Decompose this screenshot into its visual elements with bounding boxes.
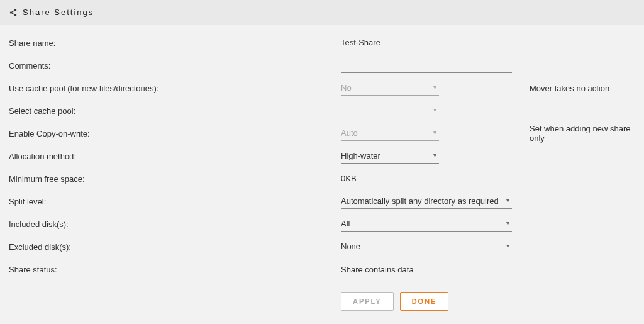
included-select[interactable]: All bbox=[341, 216, 512, 232]
min-free-input[interactable] bbox=[341, 171, 439, 186]
svg-point-2 bbox=[14, 14, 17, 16]
page-header: Share Settings bbox=[0, 0, 644, 25]
label-select-cache: Select cache pool: bbox=[9, 106, 341, 116]
label-included: Included disk(s): bbox=[9, 220, 341, 229]
label-split: Split level: bbox=[9, 197, 341, 206]
label-min-free: Minimum free space: bbox=[9, 174, 341, 184]
use-cache-select[interactable]: No bbox=[341, 81, 439, 96]
row-select-cache: Select cache pool: bbox=[9, 99, 635, 122]
row-share-name: Share name: bbox=[9, 31, 635, 54]
split-select[interactable]: Automatically split any directory as req… bbox=[341, 194, 512, 209]
status-value: Share contains data bbox=[341, 265, 414, 274]
done-button[interactable]: DONE bbox=[400, 292, 449, 311]
label-comments: Comments: bbox=[9, 61, 341, 70]
allocation-select[interactable]: High-water bbox=[341, 148, 439, 164]
label-cow: Enable Copy-on-write: bbox=[9, 129, 341, 138]
row-min-free: Minimum free space: bbox=[9, 167, 635, 190]
hint-use-cache: Mover takes no action bbox=[530, 84, 609, 93]
label-status: Share status: bbox=[9, 265, 341, 274]
share-icon bbox=[9, 8, 18, 17]
select-cache-select[interactable] bbox=[341, 103, 439, 118]
row-included: Included disk(s): All bbox=[9, 213, 635, 235]
row-split: Split level: Automatically split any dir… bbox=[9, 190, 635, 213]
label-share-name: Share name: bbox=[9, 38, 341, 48]
row-cow: Enable Copy-on-write: Auto Set when addi… bbox=[9, 122, 635, 145]
row-allocation: Allocation method: High-water bbox=[9, 145, 635, 167]
svg-point-0 bbox=[14, 9, 17, 11]
comments-input[interactable] bbox=[341, 58, 512, 73]
button-row: APPLY DONE bbox=[9, 281, 635, 311]
row-status: Share status: Share contains data bbox=[9, 258, 635, 281]
apply-button[interactable]: APPLY bbox=[341, 292, 394, 311]
hint-cow: Set when adding new share only bbox=[530, 124, 635, 143]
settings-form: Share name: Comments: Use cache pool (fo… bbox=[0, 25, 644, 323]
cow-select[interactable]: Auto bbox=[341, 126, 439, 141]
label-use-cache: Use cache pool (for new files/directorie… bbox=[9, 84, 341, 93]
svg-point-1 bbox=[10, 11, 13, 14]
label-allocation: Allocation method: bbox=[9, 152, 341, 161]
row-excluded: Excluded disk(s): None bbox=[9, 235, 635, 258]
excluded-select[interactable]: None bbox=[341, 239, 512, 254]
page-title: Share Settings bbox=[23, 8, 94, 17]
share-name-input[interactable] bbox=[341, 35, 512, 50]
row-comments: Comments: bbox=[9, 54, 635, 77]
label-excluded: Excluded disk(s): bbox=[9, 242, 341, 252]
row-use-cache: Use cache pool (for new files/directorie… bbox=[9, 77, 635, 99]
